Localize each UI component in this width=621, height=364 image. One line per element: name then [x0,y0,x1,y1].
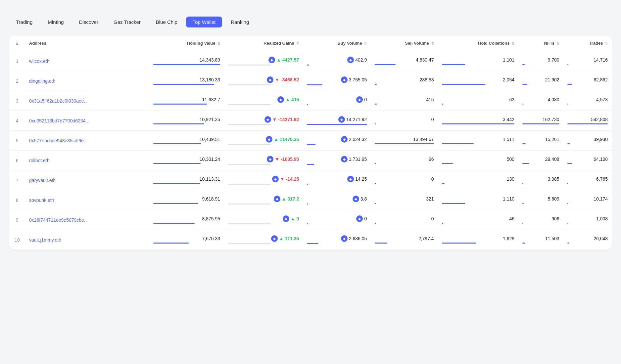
cell-holding-value: 14,343.89 [149,51,224,71]
nav-tab-blue-chip[interactable]: Blue Chip [149,17,184,27]
hold-collections-wrapper: 1,110 [442,196,514,204]
cell-hold-collections: 1,629 [438,230,518,250]
cell-address: 0x577ebc5de943e35cdf9e... [25,131,149,151]
realized-gains-wrapper: ◈ ▼ -3466.52 [228,76,299,85]
nfts-wrapper: 15,261 [522,137,559,144]
trades-text: 10,174 [594,196,608,202]
nav-tab-gas-tracker[interactable]: Gas Tracker [107,17,147,27]
hold-collections-wrapper: 1,629 [442,236,514,244]
address-link[interactable]: 0x577ebc5de943e35cdf9e... [29,138,88,143]
col-hold-collections[interactable]: Hold Colletions ⇅ [438,35,518,51]
cell-realized-gains: ◈ ▲ 415 [224,91,303,111]
hold-collections-wrapper: 2,054 [442,77,514,85]
realized-gains-value: ◈ ▲ 4427.57 [268,57,299,63]
eth-icon-buy: ◈ [347,176,354,182]
table-header: # Address Holding Value ⇅ Realized Gains… [9,35,612,51]
address-link[interactable]: 0x31a5ff62a1b2c0f030aee... [29,98,88,104]
hold-collections-text: 1,629 [503,236,514,241]
sort-icon-trades: ⇅ [605,42,608,45]
address-link[interactable]: dingaling.eth [29,78,55,84]
cell-nfts: 5,609 [518,190,563,210]
realized-bar [228,204,271,205]
trades-bar [567,243,569,244]
address-link[interactable]: garyvault.eth [29,178,56,183]
hold-collections-text: 63 [509,97,514,102]
cell-holding-value: 10,113.31 [149,170,224,190]
holding-value-wrapper: 10,439.51 [153,137,220,144]
buy-bar [307,144,315,145]
holding-value-wrapper: 8,875.95 [153,216,220,224]
cell-trades: 542,808 [563,111,612,131]
nfts-wrapper: 9,700 [522,57,559,65]
address-link[interactable]: sovpunk.eth [29,198,54,203]
hold-collections-text: 1,511 [503,137,514,142]
realized-gains-value: ◈ ▲ 415 [277,96,299,103]
holding-bar [153,123,204,124]
nav-tab-discover[interactable]: Discover [72,17,105,27]
eth-icon: ◈ [283,215,289,222]
col-sell-volume[interactable]: Sell Volume ⇅ [371,35,438,51]
buy-volume-wrapper: ◈ 0 [307,96,367,105]
table-body: 1wilcox.eth 14,343.89 ◈ ▲ 4427.57 ◈ 402.… [9,51,612,250]
sell-volume-text: 2,797.4 [418,236,434,241]
buy-volume-value: ◈ 1,731.95 [341,156,367,162]
sort-icon-hold: ⇅ [512,42,514,45]
trades-wrapper: 1,008 [567,216,608,224]
eth-icon: ◈ [271,235,278,242]
realized-gains-wrapper: ◈ ▲ 111.35 [228,235,299,244]
cell-sell-volume: 288.53 [371,71,438,91]
table-row: 8sovpunk.eth 9,618.91 ◈ ▲ 317.2 ◈ 3.8 32… [9,190,612,210]
buy-volume-wrapper: ◈ 0 [307,215,367,224]
holding-bar [153,163,201,164]
hold-bar [442,143,474,144]
trades-wrapper: 10,174 [567,196,608,204]
holding-value-wrapper: 10,301.24 [153,157,220,164]
cell-nfts: 4,080 [518,91,563,111]
hold-bar [442,203,465,204]
nav-tab-minting[interactable]: Minting [41,17,70,27]
holding-value-text: 10,301.24 [200,157,220,162]
cell-buy-volume: ◈ 2,024.32 [303,131,371,151]
cell-nfts: 162,730 [518,111,563,131]
trades-text: 26,648 [594,236,608,241]
trades-bar [567,104,568,105]
buy-volume-wrapper: ◈ 14.25 [307,176,367,185]
col-holding-value[interactable]: Holding Value ⇅ [149,35,224,51]
hold-collections-text: 1,110 [503,196,514,202]
col-realized-gains[interactable]: Realized Gains ⇅ [224,35,303,51]
col-buy-volume[interactable]: Buy Volume ⇅ [303,35,371,51]
col-nfts[interactable]: NFTs ⇅ [518,35,563,51]
sort-icon-nfts: ⇅ [557,42,559,45]
nfts-wrapper: 11,503 [522,236,559,244]
nfts-bar [522,104,523,105]
address-link[interactable]: 0xe052113bd7d7700d6234... [29,118,89,123]
cell-hold-collections: 2,054 [438,71,518,91]
col-trades[interactable]: Trades ⇅ [563,35,612,51]
cell-rank: 7 [9,170,25,190]
holding-value-text: 10,921.35 [200,117,220,122]
address-link[interactable]: vault.j1mmy.eth [29,237,61,243]
trades-wrapper: 14,716 [567,57,608,65]
buy-bar [307,243,318,244]
nav-tab-top-wallet[interactable]: Top Wallet [186,17,222,27]
address-link[interactable]: 0x26f744711ee9e5079cbe... [29,217,88,223]
sell-volume-text: 288.53 [420,77,434,82]
eth-icon-buy: ◈ [338,116,345,123]
address-link[interactable]: wilcox.eth [29,59,49,64]
table-row: 50x577ebc5de943e35cdf9e... 10,439.51 ◈ ▲… [9,131,612,151]
realized-gains-wrapper: ◈ ▼ -14.25 [228,176,299,185]
sell-volume-text: 0 [431,216,434,221]
address-link[interactable]: rollbot.eth [29,158,49,163]
nav-tab-trading[interactable]: Trading [9,17,39,27]
nav-tabs: TradingMintingDiscoverGas TrackerBlue Ch… [9,17,612,27]
hold-bar [442,243,476,244]
trades-bar [567,123,608,124]
nav-tab-ranking[interactable]: Ranking [224,17,256,27]
realized-gains-value: ◈ ▼ -14.25 [272,176,299,182]
table-row: 10vault.j1mmy.eth 7,670.33 ◈ ▲ 111.35 ◈ … [9,230,612,250]
buy-volume-wrapper: ◈ 3,755.05 [307,76,367,85]
holding-value-wrapper: 9,618.91 [153,196,220,204]
cell-holding-value: 9,618.91 [149,190,224,210]
nfts-wrapper: 5,609 [522,196,559,204]
cell-address: wilcox.eth [25,51,149,71]
